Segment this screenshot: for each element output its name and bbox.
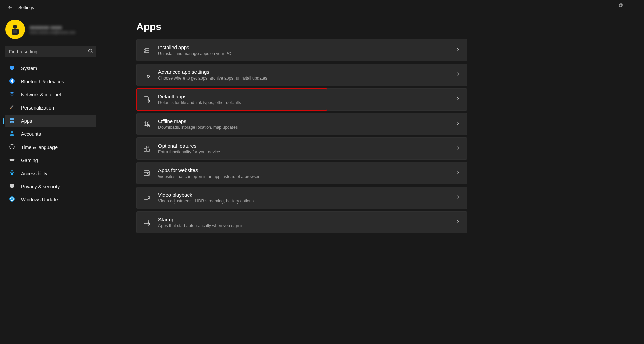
nav-time[interactable]: Time & language	[5, 141, 96, 154]
nav-accounts[interactable]: Accounts	[5, 128, 96, 140]
maximize-icon	[619, 3, 623, 7]
card-offline-maps[interactable]: Offline maps Downloads, storage location…	[136, 113, 467, 135]
chevron-right-icon	[456, 146, 460, 152]
profile-block[interactable]: xxxxxxx xxxx xxxx.xxxxx.xx@xxxxx.xxx	[3, 18, 98, 44]
window-controls	[598, 0, 644, 15]
profile-name: xxxxxxx xxxx	[30, 24, 75, 30]
svg-rect-9	[10, 66, 14, 69]
nav-label: Time & language	[21, 145, 58, 150]
search-box	[5, 46, 96, 57]
chevron-right-icon	[456, 72, 460, 78]
svg-point-4	[13, 25, 17, 29]
chevron-right-icon	[456, 47, 460, 53]
settings-card-list: Installed apps Uninstall and manage apps…	[136, 39, 467, 234]
nav-label: Privacy & security	[21, 184, 60, 189]
optional-features-icon	[142, 145, 151, 152]
card-subtitle: Choose where to get apps, archive apps, …	[158, 76, 456, 81]
apps-for-websites-icon	[142, 169, 151, 177]
avatar	[5, 20, 25, 39]
nav-label: System	[21, 66, 37, 71]
nav-label: Windows Update	[21, 197, 58, 202]
svg-rect-34	[144, 149, 146, 151]
arrow-left-icon	[7, 5, 12, 10]
svg-rect-38	[144, 196, 148, 199]
card-title: Installed apps	[158, 44, 456, 51]
nav-personalization[interactable]: Personalization	[5, 101, 96, 114]
installed-apps-icon	[142, 46, 151, 54]
chevron-right-icon	[456, 96, 460, 102]
svg-point-20	[11, 170, 13, 172]
page-title: Apps	[136, 21, 610, 32]
paintbrush-icon	[9, 104, 15, 112]
card-startup[interactable]: Startup Apps that start automatically wh…	[136, 211, 467, 233]
nav-label: Bluetooth & devices	[21, 79, 64, 84]
nav-label: Accounts	[21, 131, 41, 137]
nav-system[interactable]: System	[5, 62, 96, 75]
bluetooth-icon	[9, 78, 15, 85]
card-default-apps[interactable]: Default apps Defaults for file and link …	[136, 88, 467, 111]
svg-rect-17	[12, 121, 14, 123]
svg-rect-10	[11, 69, 13, 70]
card-title: Default apps	[158, 94, 456, 100]
sidebar: xxxxxxx xxxx xxxx.xxxxx.xx@xxxxx.xxx Sys…	[0, 15, 101, 344]
profile-text: xxxxxxx xxxx xxxx.xxxxx.xx@xxxxx.xxx	[30, 24, 75, 35]
nav-label: Gaming	[21, 158, 38, 163]
svg-rect-24	[144, 50, 145, 51]
svg-rect-39	[144, 220, 148, 224]
nav-label: Personalization	[21, 105, 54, 111]
nav-accessibility[interactable]: Accessibility	[5, 167, 96, 180]
nav-label: Apps	[21, 118, 32, 124]
svg-rect-26	[144, 52, 145, 53]
minimize-icon	[604, 3, 607, 7]
minimize-button[interactable]	[598, 0, 613, 10]
close-button[interactable]	[629, 0, 644, 10]
main-content: Apps Installed apps Uninstall and manage…	[101, 15, 644, 344]
svg-point-21	[9, 196, 15, 202]
svg-rect-15	[12, 118, 14, 120]
card-title: Startup	[158, 217, 456, 223]
person-icon	[9, 130, 15, 138]
apps-icon	[9, 117, 15, 125]
card-apps-for-websites[interactable]: Apps for websites Websites that can open…	[136, 162, 467, 184]
accessibility-icon	[9, 170, 15, 177]
svg-point-7	[89, 49, 92, 52]
chevron-right-icon	[456, 195, 460, 201]
chevron-right-icon	[456, 219, 460, 225]
profile-email: xxxx.xxxxx.xx@xxxxx.xxx	[30, 30, 75, 35]
card-video-playback[interactable]: Video playback Video adjustments, HDR st…	[136, 187, 467, 209]
clock-globe-icon	[9, 144, 15, 151]
nav-list: System Bluetooth & devices Network & int…	[3, 62, 98, 206]
nav-apps[interactable]: Apps	[5, 115, 96, 127]
card-title: Offline maps	[158, 118, 456, 125]
back-button[interactable]	[5, 2, 15, 12]
advanced-settings-icon	[142, 71, 151, 79]
startup-icon	[142, 219, 151, 226]
search-icon	[88, 49, 93, 55]
nav-update[interactable]: Windows Update	[5, 193, 96, 206]
svg-rect-35	[147, 149, 149, 151]
card-subtitle: Uninstall and manage apps on your PC	[158, 51, 456, 56]
card-subtitle: Websites that can open in an app instead…	[158, 174, 456, 179]
offline-maps-icon	[142, 120, 151, 128]
svg-rect-30	[144, 97, 148, 101]
nav-network[interactable]: Network & internet	[5, 88, 96, 101]
maximize-button[interactable]	[613, 0, 629, 10]
card-installed-apps[interactable]: Installed apps Uninstall and manage apps…	[136, 39, 467, 61]
nav-gaming[interactable]: Gaming	[5, 154, 96, 167]
nav-bluetooth[interactable]: Bluetooth & devices	[5, 75, 96, 88]
svg-rect-16	[10, 121, 12, 123]
chevron-right-icon	[456, 170, 460, 176]
svg-point-18	[11, 131, 13, 133]
chevron-right-icon	[456, 121, 460, 127]
card-optional-features[interactable]: Optional features Extra functionality fo…	[136, 137, 467, 160]
search-input[interactable]	[5, 46, 96, 57]
svg-rect-33	[144, 146, 146, 148]
card-subtitle: Apps that start automatically when you s…	[158, 223, 456, 228]
nav-privacy[interactable]: Privacy & security	[5, 180, 96, 193]
shield-icon	[9, 183, 15, 190]
svg-rect-22	[144, 48, 145, 49]
svg-rect-6	[13, 30, 17, 33]
default-apps-icon	[142, 96, 151, 103]
card-title: Advanced app settings	[158, 69, 456, 75]
card-advanced-app-settings[interactable]: Advanced app settings Choose where to ge…	[136, 64, 467, 86]
